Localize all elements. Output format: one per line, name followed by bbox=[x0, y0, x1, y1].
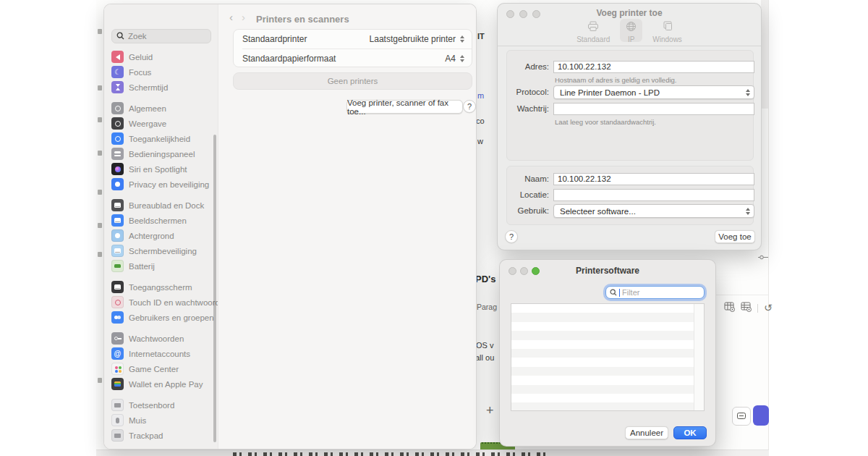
bg-text-fragment bbox=[98, 252, 102, 257]
users-icon bbox=[111, 311, 124, 324]
sidebar-item-internetaccounts[interactable]: @Internetaccounts bbox=[109, 346, 212, 361]
wallet-icon bbox=[111, 378, 124, 390]
sidebar-item-bedieningspaneel[interactable]: Bedieningspaneel bbox=[109, 146, 212, 161]
sidebar-item-algemeen[interactable]: Algemeen bbox=[109, 101, 212, 116]
help-button[interactable]: ? bbox=[463, 100, 476, 113]
protocol-label: Protocol: bbox=[507, 86, 549, 98]
chevron-up-down-icon bbox=[746, 208, 750, 215]
use-dropdown[interactable]: Selecteer software... bbox=[553, 204, 754, 218]
insert-table-row-icon[interactable] bbox=[724, 301, 735, 315]
software-list[interactable] bbox=[511, 303, 705, 411]
back-icon[interactable]: ‹ bbox=[229, 11, 233, 23]
search-icon bbox=[116, 30, 124, 43]
settings-sidebar: Zoek Geluid ☾Focus Schermtijd Algemeen W… bbox=[104, 4, 218, 449]
resize-handle-icon[interactable] bbox=[758, 250, 768, 263]
printers-panel: ‹ › Printers en scanners Standaardprinte… bbox=[218, 4, 477, 449]
at-sign-icon: @ bbox=[111, 347, 124, 360]
page-title: Printers en scanners bbox=[256, 14, 349, 25]
speaker-icon bbox=[111, 51, 124, 63]
sidebar-item-schermbeveiliging[interactable]: Schermbeveiliging bbox=[109, 243, 212, 258]
dialog-title: Printersoftware bbox=[500, 266, 715, 276]
add-printer-button[interactable]: Voeg printer, scanner of fax toe... bbox=[346, 100, 463, 114]
default-printer-row[interactable]: Standaardprinter Laatstgebruikte printer bbox=[234, 30, 472, 48]
empty-state-text: Geen printers bbox=[328, 77, 378, 85]
tab-windows[interactable]: Windows bbox=[647, 19, 688, 42]
globe-icon bbox=[626, 21, 637, 35]
protocol-dropdown[interactable]: Line Printer Daemon - LPD bbox=[553, 85, 754, 99]
sidebar-item-siri[interactable]: Siri en Spotlight bbox=[109, 161, 212, 177]
control-center-icon bbox=[111, 148, 124, 160]
name-field[interactable]: 10.100.22.132 bbox=[553, 173, 754, 185]
queue-label: Wachtrij: bbox=[507, 103, 549, 115]
bg-text-fragment bbox=[98, 117, 102, 122]
comment-icon bbox=[737, 410, 746, 423]
page-header-strip bbox=[761, 0, 768, 109]
bg-text-fragment: Parag bbox=[477, 303, 498, 311]
sidebar-item-beeldschermen[interactable]: Beeldschermen bbox=[109, 213, 212, 228]
sidebar-item-gebruikers[interactable]: Gebruikers en groepen bbox=[109, 310, 212, 325]
sidebar-item-bureaublad-dock[interactable]: Bureaublad en Dock bbox=[109, 198, 212, 213]
search-input[interactable]: Zoek bbox=[111, 29, 211, 43]
add-button[interactable]: Voeg toe bbox=[715, 230, 755, 243]
tab-ip[interactable]: IP bbox=[620, 19, 642, 42]
address-field[interactable]: 10.100.22.132 bbox=[553, 61, 754, 73]
forward-icon: › bbox=[242, 11, 245, 23]
location-label: Locatie: bbox=[507, 189, 549, 201]
sidebar-item-schermtijd[interactable]: Schermtijd bbox=[109, 80, 212, 95]
moon-icon: ☾ bbox=[111, 66, 124, 78]
filter-placeholder: Filter bbox=[622, 288, 639, 297]
bg-heading-fragment: PD's bbox=[475, 274, 497, 284]
use-label: Gebruik: bbox=[507, 205, 549, 217]
location-field[interactable] bbox=[553, 189, 754, 201]
sidebar-item-wachtwoorden[interactable]: Wachtwoorden bbox=[109, 331, 212, 346]
bg-text-fragment bbox=[98, 378, 102, 383]
sidebar-item-focus[interactable]: ☾Focus bbox=[109, 64, 212, 80]
chevron-up-down-icon bbox=[460, 55, 464, 62]
ok-button[interactable]: OK bbox=[673, 426, 707, 439]
battery-icon bbox=[111, 260, 124, 272]
sidebar-scrollbar[interactable] bbox=[213, 135, 216, 442]
toolbar-separator bbox=[757, 304, 758, 313]
display-icon bbox=[111, 214, 124, 227]
printer-software-dialog: Printersoftware Filter Annuleer OK bbox=[499, 259, 716, 447]
sidebar-item-touch-id[interactable]: Touch ID en wachtwoord bbox=[109, 295, 212, 310]
bg-editor-toolbar: ↺ bbox=[724, 301, 773, 315]
windows-printer-icon bbox=[662, 21, 673, 35]
sidebar-item-toetsenbord[interactable]: Toetsenbord bbox=[109, 397, 212, 413]
sidebar-item-geluid[interactable]: Geluid bbox=[109, 49, 212, 64]
sidebar-item-muis[interactable]: Muis bbox=[109, 413, 212, 428]
dialog-title: Voeg printer toe bbox=[498, 8, 761, 18]
mouse-icon bbox=[111, 414, 124, 426]
address-help-text: Hostnaam of adres is geldig en volledig. bbox=[555, 76, 676, 84]
name-label: Naam: bbox=[507, 173, 549, 185]
lock-screen-icon bbox=[111, 281, 124, 293]
insert-table-column-icon[interactable] bbox=[741, 301, 752, 315]
privacy-hand-icon bbox=[111, 178, 124, 190]
sidebar-item-batterij[interactable]: Batterij bbox=[109, 258, 212, 274]
help-button[interactable]: ? bbox=[505, 230, 518, 243]
sidebar-item-wallet[interactable]: Wallet en Apple Pay bbox=[109, 376, 212, 392]
gear-icon bbox=[111, 102, 124, 114]
sidebar-item-privacy[interactable]: Privacy en beveiliging bbox=[109, 177, 212, 192]
sidebar-item-achtergrond[interactable]: Achtergrond bbox=[109, 228, 212, 243]
tab-standaard[interactable]: Standaard bbox=[571, 19, 616, 42]
text-cursor bbox=[619, 289, 620, 297]
default-paper-row[interactable]: Standaardpapierformaat A4 bbox=[242, 48, 472, 68]
sidebar-groups: Geluid ☾Focus Schermtijd Algemeen Weerga… bbox=[109, 49, 212, 449]
sidebar-item-toegangsscherm[interactable]: Toegangsscherm bbox=[109, 279, 212, 295]
queue-field[interactable] bbox=[553, 103, 754, 115]
list-scrollbar[interactable] bbox=[694, 304, 704, 410]
bg-text-fragment bbox=[98, 29, 102, 34]
filter-input[interactable]: Filter bbox=[605, 286, 705, 299]
cancel-button[interactable]: Annuleer bbox=[625, 426, 668, 439]
add-printer-dialog: Voeg printer toe Standaard IP Windows Ad… bbox=[497, 3, 762, 250]
queue-help-text: Laat leeg voor standaardwachtrij. bbox=[555, 118, 656, 126]
comment-button[interactable] bbox=[732, 407, 751, 426]
chevron-up-down-icon bbox=[460, 35, 464, 43]
sidebar-item-weergave[interactable]: Weergave bbox=[109, 116, 212, 131]
sidebar-item-toegankelijkheid[interactable]: Toegankelijkheid bbox=[109, 131, 212, 146]
sidebar-item-trackpad[interactable]: Trackpad bbox=[109, 428, 212, 443]
sidebar-item-game-center[interactable]: Game Center bbox=[109, 361, 212, 376]
undo-icon[interactable]: ↺ bbox=[764, 303, 773, 313]
primary-action-button[interactable] bbox=[753, 405, 769, 426]
